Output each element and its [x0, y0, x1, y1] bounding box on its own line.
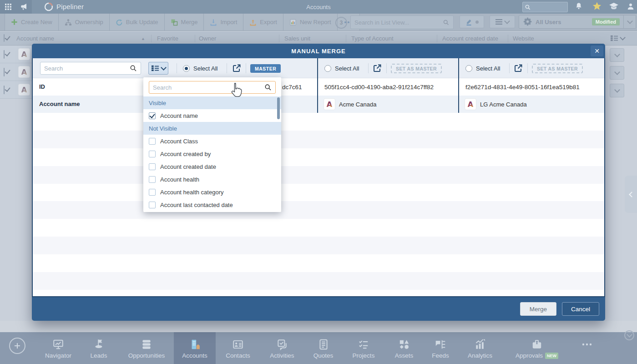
field-chooser-button[interactable]	[148, 62, 168, 75]
svg-text:A: A	[21, 50, 27, 59]
nav-item-assets[interactable]: Assets	[384, 332, 424, 364]
side-panel-handle[interactable]	[625, 176, 637, 213]
account-name: Acme Canada	[339, 101, 376, 108]
select-all-radio-3[interactable]	[465, 65, 472, 72]
merge-confirm-button[interactable]: Merge	[520, 302, 556, 316]
merge-toolbar: Select All MASTER Select All SET AS MAST…	[33, 58, 604, 78]
dropdown-item-account-last-contacted-date[interactable]: Account last contacted date	[143, 198, 281, 211]
button-label: Export	[260, 19, 277, 25]
close-button[interactable]: ✕	[591, 46, 603, 56]
checkbox[interactable]	[149, 189, 156, 196]
column-header[interactable]: Owner	[199, 35, 216, 42]
column-header[interactable]: Website	[513, 35, 534, 42]
cancel-button[interactable]: Cancel	[562, 302, 599, 316]
checkbox[interactable]	[149, 138, 156, 145]
dropdown-item-account-health[interactable]: Account health	[143, 173, 281, 186]
graduation-cap-icon[interactable]	[609, 2, 619, 10]
dropdown-item-account-name[interactable]: Account name	[143, 109, 281, 122]
nav-item-quotes[interactable]: Quotes	[304, 332, 343, 364]
column-header[interactable]: Favorite	[157, 35, 178, 42]
import-button[interactable]: Import	[204, 14, 243, 30]
nav-item-analytics[interactable]: Analytics	[457, 332, 503, 364]
open-record-icon[interactable]	[232, 64, 241, 73]
column-header[interactable]: Sales unit	[284, 35, 310, 42]
merge-button[interactable]: Merge	[165, 14, 204, 30]
bulk-update-button[interactable]: Bulk Update	[110, 14, 165, 30]
user-icon[interactable]	[626, 1, 635, 11]
global-search-input[interactable]	[531, 3, 567, 11]
set-as-master-button[interactable]: SET AS MASTER	[532, 64, 583, 73]
ownership-button[interactable]: Ownership	[59, 14, 110, 30]
nav-item-contacts[interactable]: Contacts	[216, 332, 260, 364]
select-all-radio-2[interactable]	[324, 65, 331, 72]
column-chooser-button[interactable]	[611, 35, 625, 41]
nav-item-accounts[interactable]: Accounts	[174, 332, 216, 364]
nav-item-more[interactable]	[571, 332, 603, 364]
create-new-button[interactable]: Create New	[5, 14, 59, 30]
set-as-master-button[interactable]: SET AS MASTER	[391, 64, 442, 73]
profile-filter-group[interactable]: All Users Modified	[519, 15, 636, 29]
modal-footer: Merge Cancel	[32, 297, 605, 321]
star-icon[interactable]	[592, 1, 602, 12]
merge-search-input[interactable]	[40, 65, 130, 72]
dropdown-scrollbar[interactable]	[277, 97, 280, 119]
highlight-filter-button[interactable]	[460, 15, 484, 28]
export-button[interactable]: Export	[243, 14, 283, 30]
dropdown-search-input[interactable]	[149, 84, 264, 91]
modal-title: MANUAL MERGE	[291, 48, 345, 55]
view-menu-button[interactable]	[490, 15, 515, 28]
checkbox[interactable]	[149, 151, 156, 157]
select-all-checkbox[interactable]	[4, 35, 5, 41]
select-all-label[interactable]: Select All	[193, 65, 217, 72]
dropdown-item-account-created-date[interactable]: Account created date	[143, 160, 281, 173]
column-header[interactable]: Account name	[16, 35, 54, 42]
open-record-icon[interactable]	[514, 64, 523, 73]
column-header[interactable]: Type of Account	[351, 35, 394, 42]
list-view-search[interactable]	[350, 15, 454, 29]
merge-search[interactable]	[40, 62, 141, 75]
dropdown-item-account-class[interactable]: Account Class	[143, 135, 281, 147]
bell-icon[interactable]	[574, 1, 583, 11]
nav-item-feeds[interactable]: Feeds	[424, 332, 457, 364]
row-expand-button[interactable]	[610, 48, 624, 62]
list-view-search-input[interactable]	[351, 19, 443, 26]
nav-item-approvals[interactable]: Approvals NEW	[503, 332, 571, 364]
table-row[interactable]: A	[0, 46, 32, 63]
new-report-button[interactable]: New Report	[283, 14, 338, 30]
global-search[interactable]	[522, 2, 568, 12]
nav-item-leads[interactable]: Leads	[78, 332, 119, 364]
nav-item-activities[interactable]: Activities	[260, 332, 304, 364]
quotes-icon	[318, 338, 329, 351]
nav-label: Analytics	[468, 352, 492, 359]
dropdown-item-account-created-by[interactable]: Account created by	[143, 147, 281, 160]
item-label: Account health	[160, 176, 199, 183]
dropdown-search[interactable]	[149, 81, 276, 94]
select-all-label[interactable]: Select All	[335, 65, 359, 72]
checkbox-checked[interactable]	[149, 112, 156, 119]
nav-item-opportunities[interactable]: Opportunities	[119, 332, 174, 364]
profile-chevron[interactable]	[624, 20, 636, 23]
checkbox[interactable]	[149, 202, 156, 208]
dropdown-item-account-health-category[interactable]: Account health category	[143, 186, 281, 198]
row-checkbox[interactable]	[4, 68, 5, 76]
row-expand-button[interactable]	[610, 84, 624, 97]
column-header[interactable]: Account created date	[442, 35, 498, 42]
modal-header: MANUAL MERGE ✕	[32, 44, 605, 58]
add-record-button[interactable]	[9, 338, 25, 354]
nav-item-navigator[interactable]: Navigator	[38, 332, 78, 364]
select-all-radio-1[interactable]	[183, 65, 190, 72]
refresh-icon	[116, 19, 123, 26]
open-record-icon[interactable]	[373, 64, 382, 73]
field-row-id: ID dc7c61 505f1cc4-cd00-4190-aba2-91f214…	[33, 78, 604, 96]
row-checkbox[interactable]	[4, 50, 5, 59]
checkbox[interactable]	[149, 176, 156, 183]
row-checkbox[interactable]	[4, 86, 5, 94]
account-cell: A LG Acme Canada	[465, 98, 527, 110]
nav-item-projects[interactable]: Projects	[343, 332, 384, 364]
collapse-nav-button[interactable]	[624, 330, 634, 340]
table-row[interactable]: A	[0, 81, 32, 99]
select-all-label[interactable]: Select All	[476, 65, 500, 72]
table-row[interactable]: A	[0, 63, 32, 81]
checkbox[interactable]	[149, 163, 156, 170]
row-expand-button[interactable]	[610, 66, 624, 80]
